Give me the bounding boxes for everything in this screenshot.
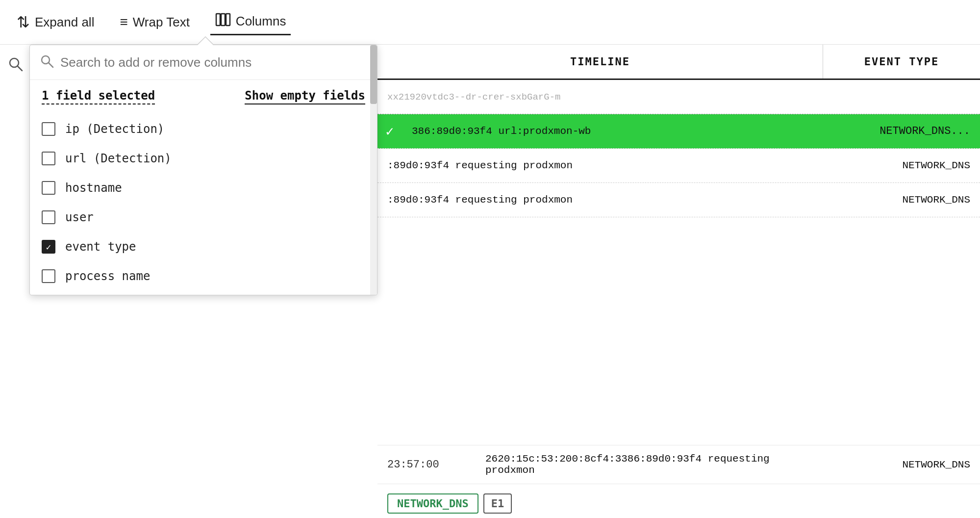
list-item[interactable]: ip (Detection) bbox=[30, 114, 377, 144]
row-selected-check-icon: ✓ bbox=[386, 123, 394, 139]
wrap-text-icon: ≡ bbox=[120, 14, 127, 30]
row-content: xx21920vtdc3--dr-crer-sxbGarG-m bbox=[377, 85, 823, 109]
columns-button[interactable]: Columns bbox=[210, 9, 291, 35]
table-row[interactable]: xx21920vtdc3--dr-crer-sxbGarG-m bbox=[377, 80, 980, 114]
col-header-timeline: TIMELINE bbox=[377, 45, 823, 78]
search-row bbox=[30, 45, 377, 80]
checkbox-list: ip (Detection) url (Detection) hostname … bbox=[30, 110, 377, 295]
search-input[interactable] bbox=[60, 55, 367, 70]
checkbox-ip-detection[interactable] bbox=[42, 122, 55, 136]
field-label-ip-detection: ip (Detection) bbox=[65, 122, 164, 136]
field-label-hostname: hostname bbox=[65, 181, 122, 195]
list-item[interactable]: hostname bbox=[30, 173, 377, 203]
svg-rect-0 bbox=[216, 14, 220, 26]
list-item[interactable]: url (Detection) bbox=[30, 144, 377, 173]
search-icon bbox=[40, 54, 54, 71]
row-content: 2620:15c:53:200:8cf4:3386:89d0:93f4 requ… bbox=[485, 453, 813, 476]
list-item[interactable]: user bbox=[30, 203, 377, 232]
field-label-event-type: event type bbox=[65, 240, 136, 254]
row-timestamp: 23:57:00 bbox=[387, 459, 485, 471]
svg-line-6 bbox=[49, 63, 53, 67]
columns-label: Columns bbox=[236, 14, 286, 29]
row-content: :89d0:93f4 requesting prodxmon bbox=[377, 153, 823, 178]
e1-badge[interactable]: E1 bbox=[483, 493, 512, 514]
main-content: 1 field selected Show empty fields ip (D… bbox=[0, 45, 980, 518]
fields-selected-count: 1 field selected bbox=[42, 89, 155, 104]
checkbox-hostname[interactable] bbox=[42, 181, 55, 195]
fields-header: 1 field selected Show empty fields bbox=[30, 80, 377, 110]
expand-all-button[interactable]: ⇅ Expand all bbox=[12, 10, 99, 34]
row-event-type bbox=[823, 90, 980, 104]
checkbox-process-name[interactable] bbox=[42, 269, 55, 283]
sidebar-search-icon bbox=[8, 56, 24, 76]
show-empty-fields-link[interactable]: Show empty fields bbox=[245, 89, 365, 104]
wrap-text-label: Wrap Text bbox=[133, 15, 190, 30]
checkbox-event-type[interactable] bbox=[42, 240, 55, 254]
row-event-type: NETWORK_DNS... bbox=[823, 118, 980, 144]
col-header-event-type: EVENT TYPE bbox=[823, 45, 980, 78]
expand-all-icon: ⇅ bbox=[17, 13, 30, 31]
table-row[interactable]: :89d0:93f4 requesting prodxmon NETWORK_D… bbox=[377, 183, 980, 217]
table-row[interactable]: ✓ 386:89d0:93f4 url:prodxmon-wb NETWORK_… bbox=[377, 114, 980, 149]
table-row[interactable]: :89d0:93f4 requesting prodxmon NETWORK_D… bbox=[377, 149, 980, 183]
columns-icon bbox=[215, 12, 231, 31]
left-sidebar bbox=[0, 45, 29, 518]
field-label-url-detection: url (Detection) bbox=[65, 152, 172, 165]
row-event-type: NETWORK_DNS bbox=[813, 459, 970, 470]
table-area: TIMELINE EVENT TYPE xx21920vtdc3--dr-cre… bbox=[377, 45, 980, 518]
row-content: :89d0:93f4 requesting prodxmon bbox=[377, 187, 823, 212]
wrap-text-button[interactable]: ≡ Wrap Text bbox=[115, 11, 194, 33]
svg-line-4 bbox=[18, 66, 22, 71]
columns-dropdown: 1 field selected Show empty fields ip (D… bbox=[29, 45, 377, 295]
row-event-type: NETWORK_DNS bbox=[823, 153, 980, 178]
network-dns-badge[interactable]: NETWORK_DNS bbox=[387, 493, 478, 514]
checkbox-user[interactable] bbox=[42, 210, 55, 224]
list-item[interactable]: process name bbox=[30, 261, 377, 291]
scrollbar-thumb[interactable] bbox=[370, 45, 377, 104]
table-header: TIMELINE EVENT TYPE bbox=[377, 45, 980, 80]
field-label-user: user bbox=[65, 210, 94, 224]
scrollbar-track[interactable] bbox=[370, 45, 377, 295]
expand-all-label: Expand all bbox=[35, 15, 94, 30]
field-label-process-name: process name bbox=[65, 269, 150, 283]
toolbar: ⇅ Expand all ≡ Wrap Text Columns bbox=[0, 0, 980, 45]
svg-rect-1 bbox=[221, 14, 225, 26]
table-row[interactable]: 23:57:00 2620:15c:53:200:8cf4:3386:89d0:… bbox=[377, 445, 980, 484]
svg-rect-2 bbox=[226, 14, 230, 26]
row-content: 386:89d0:93f4 url:prodxmon-wb bbox=[402, 119, 823, 144]
checkbox-url-detection[interactable] bbox=[42, 152, 55, 165]
list-item[interactable]: event type bbox=[30, 232, 377, 261]
row-event-type: NETWORK_DNS bbox=[823, 187, 980, 212]
badge-row: NETWORK_DNS E1 bbox=[377, 489, 980, 518]
